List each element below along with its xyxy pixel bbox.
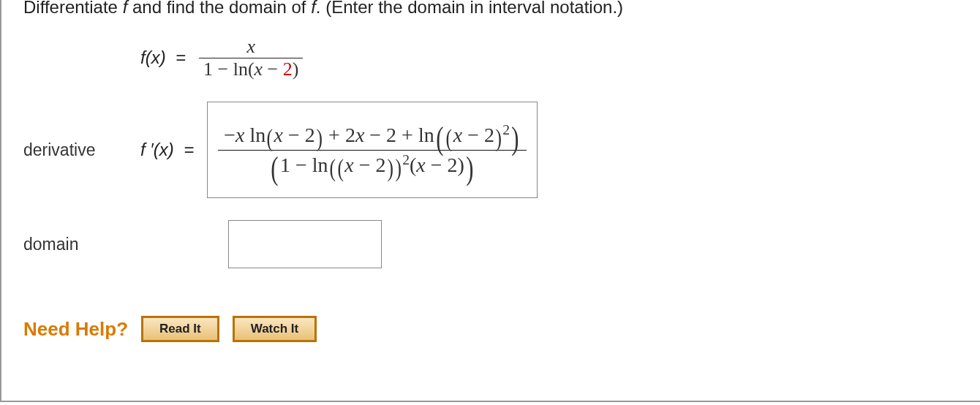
derivative-numerator: −x ln(x − 2) + 2x − 2 + ln((x − 2)2) (218, 124, 527, 151)
q-var2: f (311, 0, 316, 17)
derivative-row: derivative f ′(x) = −x ln(x − 2) + 2x − … (23, 102, 958, 198)
fx-row: f(x) = x 1 − ln(x − 2) (23, 36, 958, 80)
derivative-answer-box[interactable]: −x ln(x − 2) + 2x − 2 + ln((x − 2)2) (1 … (207, 102, 538, 198)
fx-fraction: x 1 − ln(x − 2) (199, 37, 303, 79)
derivative-denominator: (1 − ln((x − 2))2(x − 2)) (218, 151, 527, 177)
q-prefix: Differentiate (23, 0, 123, 17)
q-mid1: and find the domain of (127, 0, 311, 17)
fprime-lhs: f ′(x) = (140, 140, 194, 160)
domain-label: domain (23, 235, 140, 254)
domain-answer-box[interactable] (228, 220, 382, 268)
fx-den-minus: − (263, 58, 283, 80)
fx-den-x: x (255, 58, 263, 80)
fx-den-pre: 1 − ln( (203, 58, 255, 80)
watch-it-button[interactable]: Watch It (233, 316, 317, 342)
fx-lhs: f(x) = (140, 48, 186, 68)
q-suffix: . (Enter the domain in interval notation… (316, 0, 623, 17)
derivative-fraction: −x ln(x − 2) + 2x − 2 + ln((x − 2)2) (1 … (218, 124, 527, 177)
help-row: Need Help? Read It Watch It (23, 316, 958, 342)
domain-row: domain (23, 220, 958, 268)
fx-den-post: ) (293, 58, 299, 80)
need-help-label: Need Help? (23, 318, 128, 341)
question-text: Differentiate f and find the domain of f… (23, 0, 958, 18)
problem-panel: Differentiate f and find the domain of f… (0, 0, 980, 402)
read-it-button[interactable]: Read It (141, 316, 219, 342)
fx-den-two: 2 (283, 58, 293, 80)
derivative-label: derivative (23, 140, 140, 160)
fx-num: x (246, 36, 255, 57)
